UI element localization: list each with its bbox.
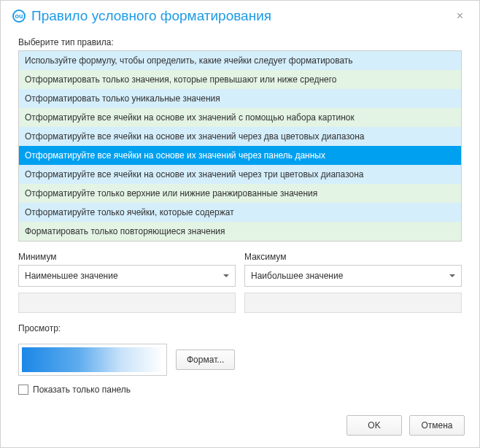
- titlebar: ou Правило условного форматирования ×: [1, 1, 479, 28]
- show-bar-only-label: Показать только панель: [33, 385, 131, 395]
- app-icon: ou: [12, 9, 26, 23]
- minmax-row: Минимум Наименьшее значение Максимум Наи…: [18, 252, 462, 313]
- chevron-down-icon: [223, 274, 229, 277]
- rule-item[interactable]: Отформатируйте все ячейки на основе их з…: [19, 165, 461, 184]
- minimum-extra-input: [18, 293, 236, 313]
- minimum-dropdown[interactable]: Наименьшее значение: [18, 265, 236, 287]
- maximum-dropdown[interactable]: Наибольшее значение: [244, 265, 462, 287]
- preview-label: Просмотр:: [18, 323, 462, 333]
- rule-item[interactable]: Отформатируйте только ячейки, которые со…: [19, 203, 461, 222]
- format-button[interactable]: Формат...: [176, 349, 235, 370]
- minimum-label: Минимум: [18, 252, 236, 262]
- preview-row: Формат...: [18, 344, 462, 376]
- chevron-down-icon: [449, 274, 455, 277]
- maximum-extra-input: [244, 293, 462, 313]
- cancel-button[interactable]: Отмена: [409, 415, 465, 436]
- maximum-value: Наибольшее значение: [251, 271, 449, 281]
- rule-item[interactable]: Форматировать только повторяющиеся значе…: [19, 222, 461, 241]
- dialog-window: ou Правило условного форматирования × Вы…: [0, 0, 480, 448]
- maximum-label: Максимум: [244, 252, 462, 262]
- show-bar-only-checkbox[interactable]: [18, 385, 28, 395]
- preview-gradient: [22, 347, 163, 372]
- rule-type-list[interactable]: Используйте формулу, чтобы определить, к…: [18, 50, 462, 242]
- close-icon[interactable]: ×: [452, 8, 468, 24]
- preview-swatch: [18, 344, 167, 376]
- show-bar-only-row: Показать только панель: [18, 385, 462, 395]
- rule-item[interactable]: Отформатируйте все ячейки на основе их з…: [19, 127, 461, 146]
- rule-item-selected[interactable]: Отформатируйте все ячейки на основе их з…: [19, 146, 461, 165]
- rule-item[interactable]: Отформатировать только значения, которые…: [19, 70, 461, 89]
- rule-item[interactable]: Используйте формулу, чтобы определить, к…: [19, 51, 461, 70]
- rule-item[interactable]: Отформатируйте все ячейки на основе их з…: [19, 108, 461, 127]
- dialog-content: Выберите тип правила: Используйте формул…: [1, 28, 479, 403]
- minimum-value: Наименьшее значение: [25, 271, 223, 281]
- maximum-column: Максимум Наибольшее значение: [244, 252, 462, 313]
- ok-button[interactable]: OK: [347, 415, 402, 436]
- minimum-column: Минимум Наименьшее значение: [18, 252, 236, 313]
- dialog-footer: OK Отмена: [347, 415, 465, 436]
- rule-item[interactable]: Отформатировать только уникальные значен…: [19, 89, 461, 108]
- rule-item[interactable]: Отформатируйте только верхние или нижние…: [19, 184, 461, 203]
- rule-prompt-label: Выберите тип правила:: [18, 37, 462, 47]
- dialog-title: Правило условного форматирования: [31, 8, 452, 24]
